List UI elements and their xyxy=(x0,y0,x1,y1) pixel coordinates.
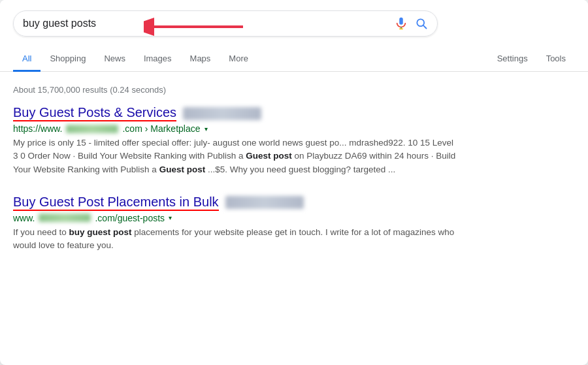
result-item: Buy Guest Posts & Services https://www. … xyxy=(13,105,457,176)
mic-icon[interactable] xyxy=(394,16,408,31)
search-bar-area xyxy=(0,0,588,37)
svg-rect-0 xyxy=(399,18,403,25)
result-1-url-prefix: https://www. xyxy=(13,123,62,134)
result-2-title[interactable]: Buy Guest Post Placements in Bulk xyxy=(13,195,219,211)
search-button-icon[interactable] xyxy=(415,17,428,30)
results-count: About 15,700,000 results (0.24 seconds) xyxy=(13,85,457,95)
tab-tools[interactable]: Tools xyxy=(537,47,575,72)
result-2-title-row: Buy Guest Post Placements in Bulk xyxy=(13,195,457,211)
search-input[interactable] xyxy=(23,18,387,29)
nav-right: Settings Tools xyxy=(488,47,575,71)
tab-news[interactable]: News xyxy=(95,47,135,72)
tab-maps[interactable]: Maps xyxy=(181,47,220,72)
result-1-dropdown-arrow[interactable]: ▾ xyxy=(204,125,208,133)
result-item: Buy Guest Post Placements in Bulk www. .… xyxy=(13,195,457,253)
result-1-url-suffix: .com › Marketplace xyxy=(122,123,200,134)
tab-all[interactable]: All xyxy=(13,47,41,72)
tab-shopping[interactable]: Shopping xyxy=(41,47,95,72)
result-2-badge xyxy=(225,196,304,209)
result-1-title[interactable]: Buy Guest Posts & Services xyxy=(13,105,176,121)
results-area: About 15,700,000 results (0.24 seconds) … xyxy=(0,72,470,283)
tab-more[interactable]: More xyxy=(220,47,257,72)
result-2-url-suffix: .com/guest-posts xyxy=(95,213,165,223)
tab-settings[interactable]: Settings xyxy=(488,47,537,72)
tab-images[interactable]: Images xyxy=(135,47,181,72)
result-2-dropdown-arrow[interactable]: ▾ xyxy=(169,214,172,221)
nav-tabs: All Shopping News Images Maps More Setti… xyxy=(0,40,588,72)
svg-line-2 xyxy=(423,25,427,29)
search-box xyxy=(13,10,438,37)
search-icons xyxy=(394,16,428,31)
result-1-url-row: https://www. .com › Marketplace ▾ xyxy=(13,123,457,134)
result-2-url-blurred xyxy=(39,214,91,222)
result-2-url-row: www. .com/guest-posts ▾ xyxy=(13,213,457,223)
result-1-url-blurred xyxy=(66,125,118,133)
result-1-title-row: Buy Guest Posts & Services xyxy=(13,105,457,121)
browser-window: All Shopping News Images Maps More Setti… xyxy=(0,0,588,365)
result-2-snippet: If you need to buy guest post placements… xyxy=(13,226,457,253)
result-1-snippet: My price is only 15 - limited offer spec… xyxy=(13,136,457,176)
result-1-badge xyxy=(183,107,261,120)
result-2-url-prefix: www. xyxy=(13,213,35,223)
